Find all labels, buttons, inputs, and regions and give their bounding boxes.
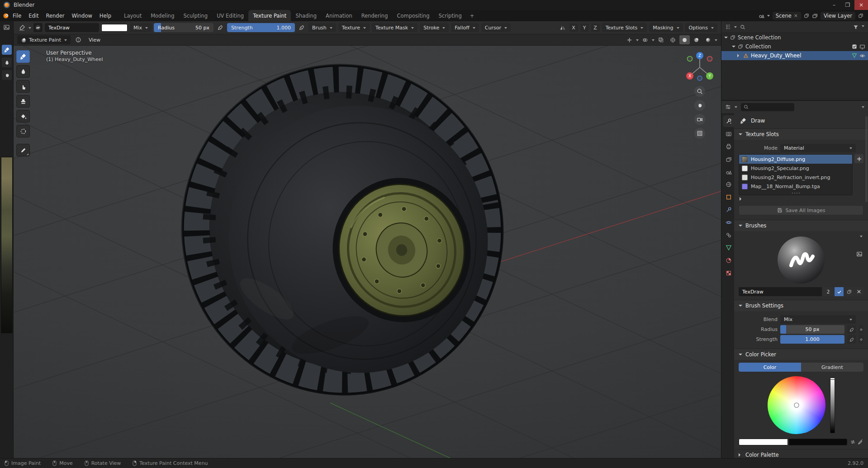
eyedropper-icon[interactable] bbox=[858, 439, 863, 445]
mirror-y-toggle[interactable]: Y bbox=[580, 24, 589, 32]
value-slider[interactable] bbox=[830, 377, 835, 433]
shading-material-button[interactable] bbox=[691, 35, 702, 44]
sliver-soften-tool-button[interactable] bbox=[2, 57, 12, 67]
workspace-tab-modeling[interactable]: Modeling bbox=[146, 10, 179, 21]
brush-name-field[interactable]: TexDraw bbox=[45, 23, 99, 32]
brush-preview-area[interactable] bbox=[739, 234, 863, 286]
cursor-popover[interactable]: Cursor bbox=[481, 23, 511, 32]
shading-wireframe-button[interactable] bbox=[668, 35, 678, 44]
tool-smear-button[interactable] bbox=[16, 80, 30, 93]
scene-name-field[interactable]: Scene × bbox=[773, 12, 801, 20]
workspace-tab-shading[interactable]: Shading bbox=[291, 10, 321, 21]
exclude-checkbox-icon[interactable] bbox=[852, 44, 857, 50]
options-popover[interactable]: Options bbox=[685, 23, 717, 32]
workspace-tab-scripting[interactable]: Scripting bbox=[434, 10, 466, 21]
viewport-3d-canvas[interactable]: User Perspective (1) Heavy_Duty_Wheel Z bbox=[14, 46, 721, 458]
workspace-tab-texture-paint[interactable]: Texture Paint bbox=[248, 10, 291, 21]
menu-render[interactable]: Render bbox=[43, 11, 68, 20]
show-overlays-icon[interactable] bbox=[640, 35, 650, 44]
outliner-row-scene-collection[interactable]: Scene Collection bbox=[721, 33, 868, 42]
save-all-images-button[interactable]: Save All Images bbox=[739, 205, 863, 215]
tab-constraints[interactable] bbox=[723, 229, 734, 241]
outliner-editor-icon[interactable] bbox=[725, 24, 731, 30]
orientation-gizmo[interactable]: Z X Y bbox=[683, 49, 716, 83]
tab-scene[interactable] bbox=[723, 166, 734, 178]
sliver-draw-tool-button[interactable] bbox=[2, 45, 12, 55]
tab-object[interactable] bbox=[723, 191, 734, 203]
menu-file[interactable]: File bbox=[9, 11, 25, 20]
brush-preview-browse-icon[interactable] bbox=[856, 251, 863, 257]
tab-texture[interactable] bbox=[723, 267, 734, 279]
tab-modifiers[interactable] bbox=[723, 204, 734, 216]
strength-pressure-icon[interactable] bbox=[297, 23, 306, 32]
zoom-button[interactable] bbox=[694, 86, 705, 97]
scene-unlink-icon[interactable]: × bbox=[794, 13, 798, 19]
expand-icon[interactable] bbox=[737, 54, 741, 57]
fake-user-toggle[interactable] bbox=[835, 287, 844, 296]
unlink-brush-button[interactable] bbox=[854, 287, 863, 296]
shading-rendered-button[interactable] bbox=[703, 35, 713, 44]
properties-search-field[interactable] bbox=[741, 103, 794, 111]
tab-gradient[interactable]: Gradient bbox=[801, 363, 863, 372]
outliner-row-collection[interactable]: Collection bbox=[721, 42, 868, 51]
brush-datablock-icon[interactable] bbox=[33, 23, 43, 32]
image-editor-icon[interactable] bbox=[3, 24, 10, 31]
brush-preview-chevron-icon[interactable] bbox=[860, 236, 863, 239]
pan-hand-button[interactable] bbox=[694, 100, 705, 111]
tab-output[interactable] bbox=[723, 141, 734, 152]
add-texture-slot-button[interactable] bbox=[854, 154, 863, 163]
slot-mode-dropdown[interactable]: Material bbox=[780, 144, 856, 152]
scene-chevron-icon[interactable] bbox=[767, 15, 770, 18]
tab-object-data[interactable] bbox=[723, 242, 734, 254]
radius-pressure-button[interactable] bbox=[847, 325, 856, 334]
secondary-color-swatch[interactable] bbox=[789, 439, 847, 445]
workspace-tab-uv-editing[interactable]: UV Editing bbox=[212, 10, 248, 21]
mirror-z-toggle[interactable]: Z bbox=[591, 24, 600, 32]
tool-mask-button[interactable] bbox=[16, 125, 30, 137]
mirror-x-toggle[interactable]: X bbox=[569, 24, 578, 32]
shading-solid-button[interactable] bbox=[679, 35, 690, 44]
maximize-button[interactable]: ❐ bbox=[841, 0, 854, 10]
strength-slider[interactable]: Strength 1.000 bbox=[227, 23, 295, 32]
workspace-tab-rendering[interactable]: Rendering bbox=[357, 10, 393, 21]
brush-name-input[interactable]: TexDraw bbox=[739, 287, 822, 296]
menu-window[interactable]: Window bbox=[68, 11, 95, 20]
tab-color[interactable]: Color bbox=[739, 363, 801, 372]
texture-slot-row[interactable]: Housing2_Specular.png bbox=[739, 164, 852, 173]
texture-slots-popover[interactable]: Texture Slots bbox=[602, 23, 647, 32]
radius-pressure-icon[interactable] bbox=[216, 23, 225, 32]
add-workspace-button[interactable]: + bbox=[466, 10, 478, 21]
slot-extra-expand[interactable] bbox=[739, 195, 863, 203]
brush-popover[interactable]: Brush bbox=[308, 23, 336, 32]
hsv-color-wheel[interactable] bbox=[768, 376, 825, 434]
tab-tool[interactable] bbox=[723, 115, 734, 127]
tab-physics[interactable] bbox=[723, 217, 734, 228]
strength-slider-panel[interactable]: 1.000 bbox=[780, 335, 844, 344]
strength-animate-decorator[interactable] bbox=[859, 335, 863, 344]
workspace-tab-compositing[interactable]: Compositing bbox=[392, 10, 434, 21]
mode-dropdown[interactable]: Texture Paint bbox=[17, 35, 71, 44]
toggle-ortho-button[interactable] bbox=[694, 128, 705, 139]
brush-settings-panel-header[interactable]: Brush Settings bbox=[734, 300, 868, 311]
texture-slot-row[interactable]: Housing2_Refraction_invert.png bbox=[739, 173, 852, 182]
texture-slot-row[interactable]: Housing2_Diffuse.png bbox=[739, 155, 852, 164]
overlays-chevron-icon[interactable] bbox=[652, 39, 655, 43]
workspace-tab-layout[interactable]: Layout bbox=[119, 10, 146, 21]
tool-annotate-button[interactable] bbox=[16, 144, 30, 156]
texture-slots-panel-header[interactable]: Texture Slots bbox=[734, 129, 868, 140]
brush-user-count-button[interactable]: 2 bbox=[823, 287, 834, 296]
texture-popover[interactable]: Texture bbox=[338, 23, 370, 32]
scene-icon[interactable] bbox=[759, 13, 764, 19]
minimize-button[interactable]: – bbox=[827, 0, 841, 10]
tool-settings-editor-icon[interactable] bbox=[17, 23, 26, 32]
outliner-mode-chevron-icon[interactable] bbox=[734, 26, 737, 29]
new-view-layer-icon[interactable] bbox=[858, 13, 863, 19]
swap-colors-icon[interactable] bbox=[850, 439, 856, 445]
tab-view-layer[interactable] bbox=[723, 153, 734, 165]
stroke-popover[interactable]: Stroke bbox=[420, 23, 449, 32]
menu-help[interactable]: Help bbox=[96, 11, 115, 20]
color-picker-panel-header[interactable]: Color Picker bbox=[734, 349, 868, 360]
strength-pressure-button[interactable] bbox=[847, 335, 856, 344]
color-palette-panel-header[interactable]: Color Palette bbox=[734, 449, 868, 458]
masking-popover[interactable]: Masking bbox=[649, 23, 683, 32]
